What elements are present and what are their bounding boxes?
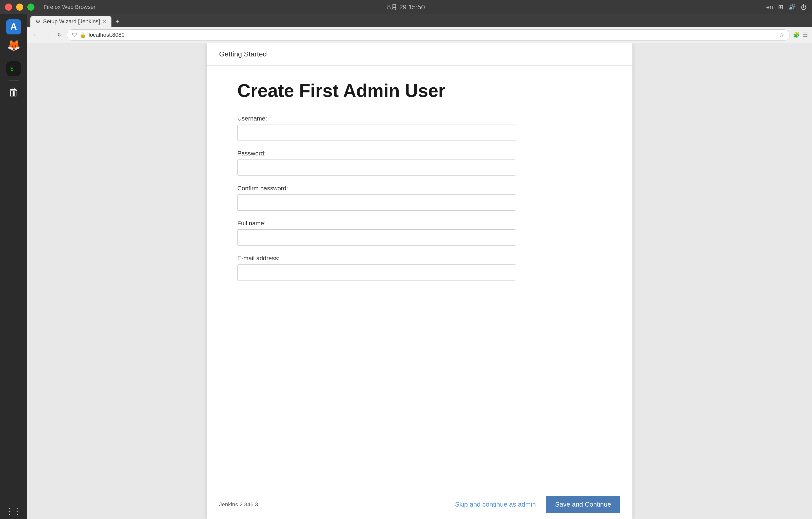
form-group-confirm-password: Confirm password: (237, 185, 602, 211)
input-username[interactable] (237, 125, 516, 141)
input-email[interactable] (237, 264, 516, 280)
sidebar-icon-app-store[interactable]: A (6, 19, 21, 34)
form-group-email: E-mail address: (237, 255, 602, 280)
save-continue-button[interactable]: Save and Continue (546, 496, 620, 513)
sidebar-divider-2 (9, 80, 19, 81)
form-group-username: Username: (237, 115, 602, 141)
jenkins-card: Getting Started Create First Admin User … (207, 43, 632, 519)
forward-button[interactable]: → (44, 31, 52, 39)
window-close-button[interactable] (5, 4, 12, 11)
back-button[interactable]: ← (31, 31, 40, 39)
window-maximize-button[interactable] (27, 4, 34, 11)
card-body: Create First Admin User Username: Passwo… (207, 66, 632, 490)
sidebar-icon-grid[interactable]: ⋮⋮ (6, 504, 21, 519)
card-header: Getting Started (207, 43, 632, 66)
reload-button[interactable]: ↻ (56, 31, 63, 39)
skip-button[interactable]: Skip and continue as admin (453, 498, 538, 510)
browser-chrome: ⚙ Setup Wizard [Jenkins] ✕ + (27, 14, 812, 27)
address-bar[interactable]: 🛡 🔒 localhost:8080 ☆ (67, 29, 789, 40)
sidebar-icon-terminal[interactable]: $_ (6, 61, 21, 76)
form-group-fullname: Full name: (237, 220, 602, 246)
extensions-icon[interactable]: 🧩 (793, 32, 800, 38)
card-footer: Jenkins 2.346.3 Skip and continue as adm… (207, 490, 632, 519)
form-title: Create First Admin User (237, 81, 602, 101)
label-fullname: Full name: (237, 220, 602, 227)
shield-icon: 🛡 (72, 32, 77, 38)
power-icon: ⏻ (801, 4, 807, 11)
input-confirm-password[interactable] (237, 194, 516, 211)
tab-title: Setup Wizard [Jenkins] (43, 18, 100, 25)
window-minimize-button[interactable] (16, 4, 23, 11)
os-datetime: 8月 29 15:50 (387, 3, 425, 12)
tab-favicon: ⚙ (35, 18, 40, 25)
footer-actions: Skip and continue as admin Save and Cont… (453, 496, 620, 513)
browser-area: ⚙ Setup Wizard [Jenkins] ✕ + ← → ↻ 🛡 🔒 l… (27, 14, 812, 519)
label-password: Password: (237, 150, 602, 157)
toolbar-right-icons: 🧩 ☰ (793, 32, 808, 38)
form-group-password: Password: (237, 150, 602, 176)
browser-tab-active[interactable]: ⚙ Setup Wizard [Jenkins] ✕ (30, 16, 111, 27)
sidebar-icon-firefox[interactable]: 🦊 (6, 37, 21, 53)
label-email: E-mail address: (237, 255, 602, 262)
lock-icon: 🔒 (80, 32, 86, 38)
card-header-title: Getting Started (219, 50, 267, 58)
network-icon: ⊞ (778, 4, 783, 11)
label-username: Username: (237, 115, 602, 122)
input-fullname[interactable] (237, 230, 516, 246)
sidebar: A 🦊 $_ 🗑 ⋮⋮ (0, 14, 27, 519)
input-password[interactable] (237, 159, 516, 176)
new-tab-button[interactable]: + (113, 17, 122, 27)
url-display[interactable]: localhost:8080 (89, 32, 125, 38)
browser-toolbar: ← → ↻ 🛡 🔒 localhost:8080 ☆ 🧩 ☰ (27, 27, 812, 43)
tab-bar: ⚙ Setup Wizard [Jenkins] ✕ + (30, 16, 809, 27)
sidebar-divider-1 (9, 57, 19, 57)
label-confirm-password: Confirm password: (237, 185, 602, 192)
tab-close-button[interactable]: ✕ (103, 19, 106, 24)
os-lang: en (766, 4, 773, 11)
jenkins-version: Jenkins 2.346.3 (219, 501, 258, 508)
bookmark-icon[interactable]: ☆ (779, 32, 784, 38)
volume-icon: 🔊 (788, 4, 796, 11)
sidebar-icon-trash[interactable]: 🗑 (6, 85, 21, 100)
menu-icon[interactable]: ☰ (803, 32, 808, 38)
page-content: Getting Started Create First Admin User … (27, 43, 812, 519)
os-titlebar: Firefox Web Browser 8月 29 15:50 en ⊞ 🔊 ⏻ (0, 0, 812, 14)
os-titlebar-right: en ⊞ 🔊 ⏻ (766, 4, 807, 11)
activities-label[interactable]: Firefox Web Browser (44, 4, 95, 10)
